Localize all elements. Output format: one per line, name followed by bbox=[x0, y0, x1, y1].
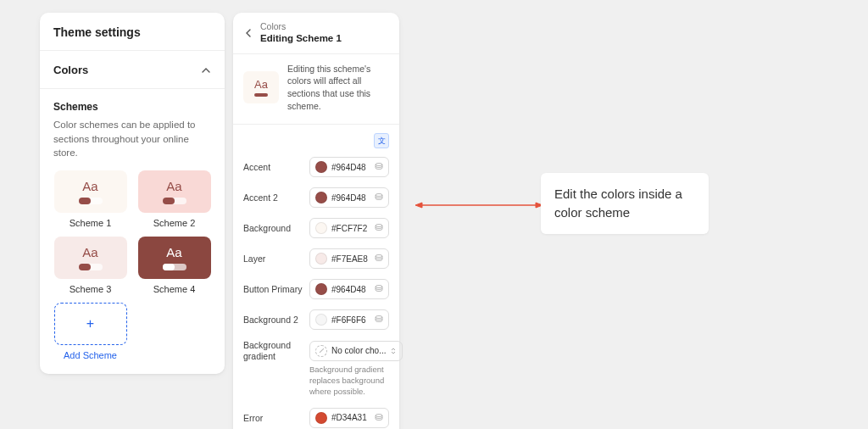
gradient-row: Background gradient No color cho... bbox=[233, 335, 399, 366]
breadcrumb-current: Editing Scheme 1 bbox=[260, 32, 342, 44]
color-field-row: Accent#964D48 bbox=[233, 152, 399, 182]
color-input[interactable]: #F6F6F6 bbox=[309, 309, 389, 330]
svg-point-5 bbox=[376, 316, 382, 319]
color-field-row: Error#D34A31 bbox=[233, 403, 399, 429]
scheme-tile-wrap: Aa Scheme 3 bbox=[53, 237, 127, 294]
database-icon bbox=[375, 254, 383, 263]
translate-icon[interactable]: 文 bbox=[374, 133, 389, 148]
color-value: #FCF7F2 bbox=[331, 224, 370, 233]
info-row: Aa Editing this scheme's colors will aff… bbox=[233, 54, 399, 125]
svg-point-0 bbox=[376, 164, 382, 166]
preview-sample-text: Aa bbox=[254, 78, 268, 91]
color-input[interactable]: #964D48 bbox=[309, 279, 389, 299]
color-field-row: Background#FCF7F2 bbox=[233, 213, 399, 243]
color-swatch-icon bbox=[315, 412, 327, 424]
theme-settings-panel: Theme settings Colors Schemes Color sche… bbox=[40, 13, 225, 374]
color-input[interactable]: #F7EAE8 bbox=[309, 248, 389, 269]
updown-icon bbox=[390, 348, 397, 354]
color-value: #F6F6F6 bbox=[331, 315, 370, 325]
annotation-callout: Edit the colors inside a color scheme bbox=[541, 173, 709, 234]
color-field-label: Accent 2 bbox=[243, 192, 303, 203]
color-fields: Accent#964D48Accent 2#964D48Background#F… bbox=[233, 152, 399, 335]
color-field-row: Layer#F7EAE8 bbox=[233, 243, 399, 274]
svg-point-1 bbox=[376, 194, 382, 197]
scheme-sample-text: Aa bbox=[82, 179, 97, 193]
scheme-tile-wrap: Aa Scheme 1 bbox=[53, 170, 127, 228]
scheme-sample-text: Aa bbox=[166, 179, 181, 193]
scheme-label: Scheme 2 bbox=[153, 218, 196, 228]
translate-row: 文 bbox=[233, 125, 399, 152]
scheme-tile-wrap: Aa Scheme 4 bbox=[137, 237, 211, 294]
color-field-label: Background 2 bbox=[243, 315, 303, 326]
scheme-tile[interactable]: Aa bbox=[138, 170, 211, 213]
scheme-sample-text: Aa bbox=[166, 245, 181, 259]
plus-icon: + bbox=[86, 316, 94, 332]
color-input[interactable]: #964D48 bbox=[309, 187, 389, 208]
color-input[interactable]: #964D48 bbox=[309, 157, 389, 177]
color-value: #964D48 bbox=[331, 285, 370, 294]
nocolor-icon bbox=[315, 345, 327, 357]
add-scheme-wrap: + Add Scheme bbox=[53, 303, 127, 360]
editor-header: Colors Editing Scheme 1 bbox=[233, 13, 399, 54]
preview-bar-icon bbox=[254, 93, 268, 97]
database-icon bbox=[375, 285, 383, 293]
color-value: #F7EAE8 bbox=[331, 254, 370, 264]
color-field-label: Background bbox=[243, 223, 303, 234]
scheme-tile[interactable]: Aa bbox=[138, 237, 211, 279]
color-value: #D34A31 bbox=[331, 413, 370, 422]
scheme-editor-panel: Colors Editing Scheme 1 Aa Editing this … bbox=[233, 13, 399, 429]
add-scheme-button[interactable]: + bbox=[54, 303, 127, 345]
database-icon bbox=[375, 414, 383, 422]
color-field-label: Button Primary bbox=[243, 284, 303, 295]
database-icon bbox=[375, 193, 383, 202]
extra-fields: Error#D34A31Warning#F39F1F bbox=[233, 403, 399, 429]
color-field-row: Button Primary#964D48 bbox=[233, 274, 399, 304]
color-input[interactable]: #D34A31 bbox=[309, 408, 389, 428]
scheme-tile-wrap: Aa Scheme 2 bbox=[137, 170, 211, 228]
scheme-sample-text: Aa bbox=[82, 245, 97, 259]
scheme-label: Scheme 4 bbox=[153, 284, 196, 294]
schemes-desc: Color schemes can be applied to sections… bbox=[53, 118, 211, 160]
scheme-toggle-icon bbox=[163, 198, 186, 204]
scheme-preview-swatch: Aa bbox=[243, 71, 279, 103]
svg-point-3 bbox=[376, 255, 382, 258]
color-value: #964D48 bbox=[331, 163, 370, 172]
color-swatch-icon bbox=[315, 314, 327, 326]
info-text: Editing this scheme's colors will affect… bbox=[287, 63, 389, 113]
color-field-label: Error bbox=[243, 413, 303, 424]
colors-section-header[interactable]: Colors bbox=[40, 50, 225, 88]
chevron-up-icon bbox=[201, 65, 211, 75]
svg-point-4 bbox=[376, 286, 382, 288]
svg-point-2 bbox=[376, 225, 382, 227]
database-icon bbox=[375, 224, 383, 232]
color-swatch-icon bbox=[315, 253, 327, 265]
breadcrumb: Colors Editing Scheme 1 bbox=[260, 21, 342, 45]
color-field-row: Accent 2#964D48 bbox=[233, 182, 399, 213]
gradient-value: No color cho... bbox=[331, 346, 386, 355]
svg-marker-9 bbox=[415, 203, 422, 208]
scheme-toggle-icon bbox=[79, 198, 103, 204]
panel-title: Theme settings bbox=[40, 13, 225, 50]
scheme-toggle-icon bbox=[163, 264, 186, 270]
color-input[interactable]: #FCF7F2 bbox=[309, 218, 389, 238]
schemes-grid: Aa Scheme 1 Aa Scheme 2 Aa Scheme 3 bbox=[53, 170, 211, 360]
database-icon bbox=[375, 315, 383, 324]
color-swatch-icon bbox=[315, 161, 327, 173]
color-field-label: Accent bbox=[243, 162, 303, 173]
gradient-input[interactable]: No color cho... bbox=[309, 341, 403, 361]
scheme-toggle-icon bbox=[79, 264, 103, 270]
colors-section-label: Colors bbox=[53, 64, 88, 76]
svg-point-6 bbox=[376, 414, 382, 416]
color-value: #964D48 bbox=[331, 193, 370, 203]
scheme-label: Scheme 3 bbox=[70, 284, 112, 294]
breadcrumb-parent: Colors bbox=[260, 21, 342, 32]
scheme-tile[interactable]: Aa bbox=[54, 170, 127, 213]
back-icon[interactable] bbox=[243, 28, 253, 38]
color-swatch-icon bbox=[315, 222, 327, 234]
scheme-label: Scheme 1 bbox=[70, 218, 112, 228]
annotation-arrow-icon bbox=[415, 202, 542, 209]
scheme-tile[interactable]: Aa bbox=[54, 237, 127, 279]
color-swatch-icon bbox=[315, 283, 327, 295]
color-swatch-icon bbox=[315, 192, 327, 203]
color-field-row: Background 2#F6F6F6 bbox=[233, 304, 399, 335]
